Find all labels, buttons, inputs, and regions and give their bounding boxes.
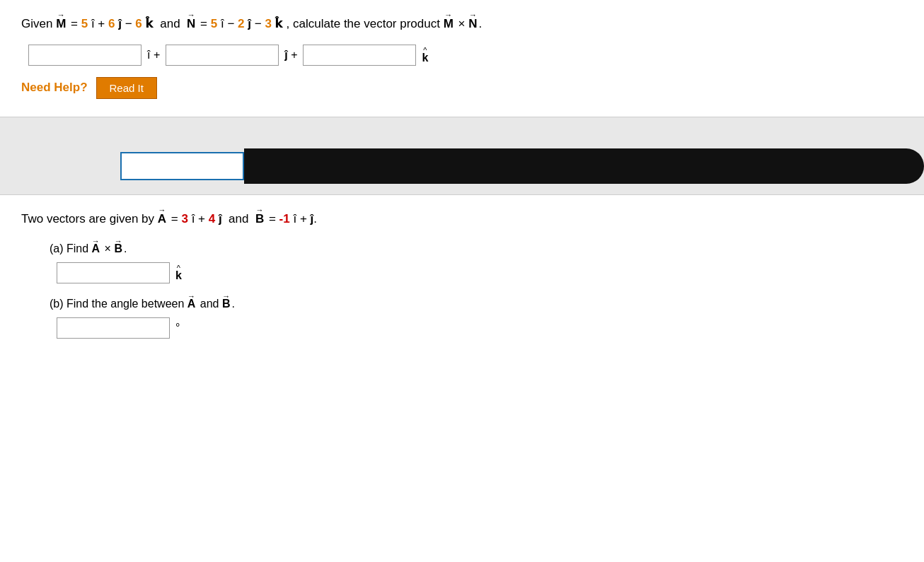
- answer-input-j[interactable]: [166, 45, 279, 66]
- i-hat-label: î +: [147, 49, 160, 62]
- N-coeff-i: 5: [211, 17, 217, 30]
- part-b-label: (b) Find the angle between → A and → B .: [50, 298, 903, 310]
- section-3: Two vectors are given by → A = 3 î + 4 ĵ…: [0, 195, 924, 374]
- N-i-unit: î: [221, 17, 224, 30]
- M-k-unit: k̂: [146, 17, 154, 30]
- A-j-unit: ĵ: [219, 212, 222, 226]
- redacted-input[interactable]: [120, 152, 244, 180]
- read-it-button[interactable]: Read It: [96, 77, 157, 99]
- j-hat-label: ĵ +: [284, 49, 297, 62]
- need-help-row: Need Help? Read It: [21, 77, 903, 99]
- B-vec-a: → B: [114, 242, 122, 255]
- A-coeff-i: 3: [181, 212, 187, 226]
- B-i-unit: î: [293, 212, 296, 226]
- problem-statement-2: Two vectors are given by → A = 3 î + 4 ĵ…: [21, 209, 903, 230]
- answer-input-row-1: î + ĵ + ^ k: [28, 45, 903, 66]
- part-a: (a) Find → A × → B . ^ k: [50, 242, 903, 283]
- A-i-unit: î: [192, 212, 195, 226]
- M-i-unit: î: [91, 17, 95, 30]
- A-vec-b: → A: [187, 298, 196, 310]
- part-a-k-hat: ^ k: [175, 264, 182, 282]
- M-coeff-i: 5: [81, 17, 88, 30]
- M-j-unit: ĵ: [118, 17, 122, 30]
- part-b-answer-input[interactable]: [57, 317, 170, 339]
- part-a-label: (a) Find → A × → B .: [50, 242, 903, 255]
- M-coeff-j: 6: [108, 17, 115, 30]
- part-b-input-row: °: [57, 317, 903, 339]
- M-coeff-k: 6: [135, 17, 142, 30]
- A-coeff-j: 4: [209, 212, 215, 226]
- B-vector-label: → B: [255, 209, 264, 230]
- part-b: (b) Find the angle between → A and → B .…: [50, 298, 903, 339]
- answer-input-k[interactable]: [303, 45, 416, 66]
- page-container: Given → M = 5 î + 6 ĵ − 6 k̂ and → N = 5…: [0, 0, 924, 562]
- A-vec-a: → A: [92, 242, 100, 255]
- N-coeff-j: 2: [238, 17, 244, 30]
- k-hat-label: ^ k: [422, 46, 428, 64]
- part-a-answer-input[interactable]: [57, 262, 170, 283]
- B-vec-b: → B: [222, 298, 231, 310]
- N-vector-label: → N: [187, 14, 195, 35]
- redacted-black-overlay: [244, 148, 924, 184]
- section-1: Given → M = 5 î + 6 ĵ − 6 k̂ and → N = 5…: [0, 0, 924, 117]
- need-help-text: Need Help?: [21, 81, 88, 95]
- result-M-vec: → M: [444, 14, 454, 35]
- M-vector-label: → M: [56, 14, 66, 35]
- N-coeff-k: 3: [265, 17, 271, 30]
- part-a-input-row: ^ k: [57, 262, 903, 283]
- B-coeff-i: -1: [279, 212, 290, 226]
- degree-symbol: °: [175, 322, 180, 334]
- A-vector-label: → A: [158, 209, 166, 230]
- problem-statement-1: Given → M = 5 î + 6 ĵ − 6 k̂ and → N = 5…: [21, 14, 903, 35]
- B-j-unit: ĵ: [311, 212, 314, 226]
- N-k-unit: k̂: [275, 17, 283, 30]
- answer-input-i[interactable]: [28, 45, 142, 66]
- section-2-redacted: [0, 117, 924, 195]
- N-j-unit: ĵ: [248, 17, 251, 30]
- redacted-bar: [0, 148, 924, 184]
- result-N-vec: → N: [468, 14, 477, 35]
